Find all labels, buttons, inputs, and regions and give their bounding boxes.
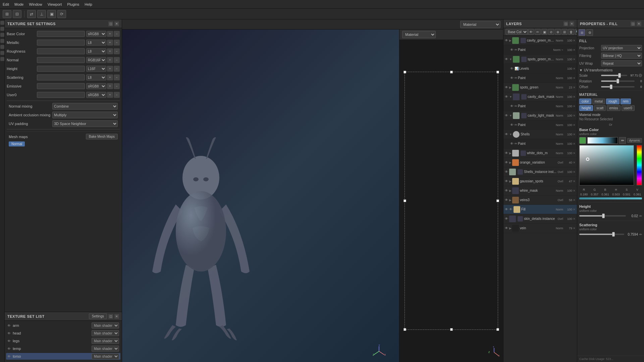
channel-plus-user0[interactable]: + — [107, 92, 113, 98]
menu-help[interactable]: Help — [85, 2, 92, 6]
layer-eye-fill[interactable]: 👁 — [505, 207, 508, 211]
mat-tag-rough[interactable]: rough — [606, 99, 620, 104]
layer-close-spots-green[interactable]: ✕ — [573, 58, 576, 61]
channel-minus-normal[interactable]: − — [114, 57, 120, 63]
uv-padding-select[interactable]: 3D Space Neighbor — [52, 120, 118, 127]
layers-pin-btn[interactable]: ◫ — [564, 21, 568, 26]
channel-input-metallic[interactable] — [37, 40, 85, 46]
sidebar-tool-7[interactable] — [0, 57, 4, 61]
sidebar-tool-4[interactable] — [0, 39, 4, 43]
layer-item-gaussian[interactable]: 👁 ▶ gaussian_spots Ovrl 47 ✕ — [503, 177, 577, 186]
layer-fold-white-dots[interactable]: ▶ — [509, 152, 512, 155]
layer-close-cavity-dark[interactable]: ✕ — [573, 95, 576, 99]
layer-tool-instance[interactable]: ⊕ — [555, 29, 561, 35]
layer-eye-levels[interactable]: 👁 — [510, 67, 514, 70]
color-pencil-btn[interactable]: ✏ — [619, 137, 626, 144]
channel-plus-normal[interactable]: + — [107, 57, 113, 63]
viewport-2d-canvas[interactable]: Y X Z — [399, 40, 503, 362]
scattering-edit-icon[interactable]: ✏ — [639, 233, 642, 236]
layer-close-paint-1[interactable]: ✕ — [573, 48, 576, 52]
layer-fold-vein[interactable]: ▶ — [509, 227, 512, 230]
shader-select-temp[interactable]: Main shader — [92, 346, 119, 352]
layer-close-gaussian[interactable]: ✕ — [573, 180, 576, 183]
bake-mesh-maps-button[interactable]: Bake Mesh Maps — [86, 134, 118, 139]
layer-item-shells[interactable]: 👁 ▼ Shells Norm 100 ✕ — [503, 130, 577, 139]
channel-input-roughness[interactable] — [37, 48, 85, 54]
channel-format-roughness[interactable]: L8 — [86, 48, 106, 54]
layer-close-paint-shells[interactable]: ✕ — [573, 142, 576, 145]
color-gradient-swatch[interactable] — [587, 137, 618, 144]
channel-input-normal[interactable] — [37, 57, 85, 63]
scale-slider-handle[interactable] — [618, 73, 621, 78]
channel-minus-user0[interactable]: − — [114, 92, 120, 98]
texture-list-item-head[interactable]: 👁 head Main shader — [6, 330, 120, 337]
layer-fold-veins3[interactable]: ▶ — [509, 198, 512, 202]
layer-close-paint-2[interactable]: ✕ — [573, 76, 576, 80]
layer-tool-mask[interactable]: ⊘ — [548, 29, 554, 35]
layer-eye-shells-inst[interactable]: 👁 — [505, 170, 508, 174]
toolbar-frame-btn[interactable]: ▣ — [47, 10, 56, 18]
layer-eye-veins3[interactable]: 👁 — [505, 198, 508, 202]
sidebar-tool-5[interactable] — [0, 45, 4, 49]
layer-eye-paint-3[interactable]: 👁 — [510, 104, 514, 108]
menu-edit[interactable]: Edit — [3, 2, 9, 6]
layer-eye-fill2[interactable]: 👁 — [509, 207, 513, 211]
mat-tag-color[interactable]: color — [579, 99, 591, 104]
layer-fold-cavity-green[interactable]: ▶ — [509, 39, 512, 42]
menu-plugins[interactable]: Plugins — [67, 2, 79, 6]
layer-close-orange[interactable]: ✕ — [573, 161, 576, 164]
texture-settings-close-btn[interactable]: ✕ — [114, 21, 119, 26]
sidebar-tool-3[interactable] — [0, 33, 4, 37]
shader-select-arm[interactable]: Main shader — [92, 322, 119, 328]
layer-eye-paint-1[interactable]: 👁 — [510, 48, 514, 52]
uv-transform-chevron[interactable]: ▼ — [579, 68, 583, 72]
props-tab-settings[interactable]: ⚙ — [586, 29, 593, 36]
channel-selector[interactable]: Base Col — [505, 29, 528, 35]
toolbar-arrows-btn[interactable]: ⇄ — [27, 10, 36, 18]
color-picker-box[interactable] — [579, 145, 634, 185]
mat-tag-scatt[interactable]: scatt — [594, 105, 606, 111]
channel-input-emissive[interactable] — [37, 83, 85, 89]
layer-eye-spots-green-mask[interactable]: 👁 — [505, 57, 508, 61]
channel-minus-basecolor[interactable]: − — [114, 31, 120, 37]
mat-tag-emiss[interactable]: emiss — [607, 105, 620, 111]
ao-mixing-select[interactable]: Multiply — [52, 112, 118, 118]
channel-format-scattering[interactable]: L8 — [86, 74, 106, 80]
sidebar-tool-6[interactable] — [0, 51, 4, 55]
layer-fold-shells[interactable]: ▼ — [509, 133, 512, 136]
mat-tag-user0[interactable]: user0 — [622, 105, 635, 111]
eye-icon-torso[interactable]: 👁 — [7, 355, 11, 358]
layer-close-paint-4[interactable]: ✕ — [573, 123, 576, 127]
eye-icon-temp[interactable]: 👁 — [7, 347, 11, 351]
channel-plus-scattering[interactable]: + — [107, 74, 113, 80]
eye-icon-legs[interactable]: 👁 — [7, 339, 11, 343]
menu-viewport[interactable]: Viewport — [48, 2, 62, 6]
layer-eye-paint-shells[interactable]: 👁 — [510, 142, 514, 145]
channel-input-user0[interactable] — [37, 92, 85, 98]
channel-plus-height[interactable]: + — [107, 66, 113, 72]
viewport-3d[interactable]: Y X Z — [122, 29, 399, 362]
offset-slider-track[interactable] — [601, 86, 635, 87]
layer-close-shells-inst[interactable]: ✕ — [573, 170, 576, 174]
shader-select-torso[interactable]: Main shader — [92, 353, 119, 359]
layer-item-paint-3[interactable]: 👁 ✏ Paint Norm 100 ✕ — [503, 102, 577, 111]
toolbar-grid2-btn[interactable]: ⊟ — [13, 10, 21, 18]
layer-fold-spots-green[interactable]: ▼ — [509, 58, 512, 61]
scale-slider-track[interactable] — [601, 75, 627, 76]
layer-tool-eye[interactable]: 👁 — [528, 29, 534, 35]
channel-input-basecolor[interactable] — [37, 31, 85, 37]
offset-slider-handle[interactable] — [610, 84, 612, 89]
mid-handle-l[interactable] — [404, 199, 406, 202]
mid-handle-r[interactable] — [496, 199, 499, 202]
rotation-slider-track[interactable] — [601, 80, 635, 82]
layer-close-white-dots[interactable]: ✕ — [573, 152, 576, 155]
channel-plus-metallic[interactable]: + — [107, 40, 113, 46]
channel-minus-height[interactable]: − — [114, 66, 120, 72]
channel-format-normal[interactable]: RGB16F — [86, 57, 106, 63]
mid-handle-b[interactable] — [450, 328, 453, 331]
menu-window[interactable]: Window — [29, 2, 42, 6]
layer-eye-shells[interactable]: 👁 — [505, 132, 508, 136]
channel-input-scattering[interactable] — [37, 74, 85, 80]
corner-handle-tr[interactable] — [496, 71, 499, 73]
layer-eye-skin[interactable]: 👁 — [505, 217, 508, 221]
